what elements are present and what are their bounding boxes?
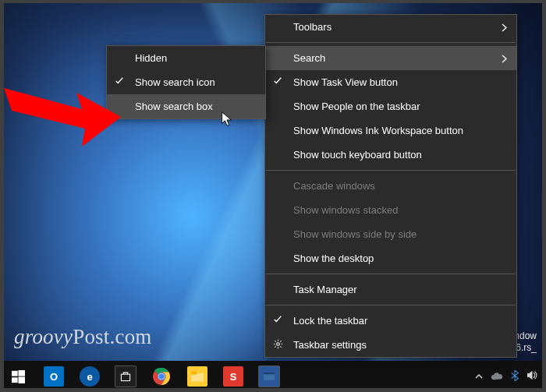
tray-chevron-up-icon[interactable] <box>475 371 483 383</box>
check-icon <box>115 76 124 88</box>
menu-item-label: Taskbar settings <box>293 339 367 351</box>
chevron-right-icon <box>502 23 507 34</box>
menu-item-task-manager[interactable]: Task Manager <box>265 277 516 302</box>
chrome-icon <box>152 367 171 386</box>
menu-item-label: Show Windows Ink Workspace button <box>293 125 463 136</box>
menu-item-label: Show touch keyboard button <box>293 149 422 161</box>
menu-item-label: Show search box <box>135 101 213 112</box>
taskbar-context-menu[interactable]: Toolbars Search Show Task View button Sh… <box>264 14 517 358</box>
search-submenu[interactable]: Hidden Show search icon Show search box <box>106 45 266 119</box>
menu-item-label: Show windows stacked <box>293 204 398 216</box>
menu-item-show-desktop[interactable]: Show the desktop <box>265 246 516 270</box>
windows-logo-icon <box>12 370 25 383</box>
tray-onedrive-icon[interactable] <box>491 371 503 383</box>
svg-rect-12 <box>264 373 275 374</box>
menu-item-people[interactable]: Show People on the taskbar <box>265 94 516 118</box>
brand-suffix: Post.com <box>73 325 151 348</box>
menu-item-task-view[interactable]: Show Task View button <box>265 70 516 94</box>
taskbar-app-chrome[interactable] <box>144 361 179 392</box>
menu-item-label: Show search icon <box>135 76 215 88</box>
taskbar-app-file-explorer[interactable] <box>179 361 215 392</box>
taskbar-app-outlook[interactable]: O <box>36 361 72 392</box>
svg-point-13 <box>277 343 280 346</box>
menu-item-label: Search <box>293 52 325 64</box>
brand-prefix: groovy <box>14 325 73 348</box>
menu-item-label: Show Task View button <box>293 76 398 88</box>
submenu-item-show-search-box[interactable]: Show search box <box>107 94 265 118</box>
menu-item-cascade: Cascade windows <box>265 174 516 198</box>
menu-item-label: Hidden <box>135 52 167 64</box>
svg-point-8 <box>159 374 165 380</box>
start-button[interactable] <box>0 361 36 392</box>
menu-item-label: Toolbars <box>293 21 332 33</box>
svg-rect-2 <box>12 377 18 383</box>
menu-item-label: Show People on the taskbar <box>293 101 420 112</box>
taskbar-app-edge[interactable]: e <box>72 361 108 392</box>
menu-item-label: Cascade windows <box>293 180 375 192</box>
svg-rect-1 <box>18 370 25 376</box>
menu-separator <box>266 274 516 274</box>
submenu-item-hidden[interactable]: Hidden <box>107 46 265 70</box>
menu-item-lock-taskbar[interactable]: Lock the taskbar <box>265 309 516 333</box>
menu-item-label: Show the desktop <box>293 253 374 264</box>
menu-item-side-by-side: Show windows side by side <box>265 222 516 246</box>
menu-item-label: Show windows side by side <box>293 228 417 240</box>
svg-rect-4 <box>121 374 129 380</box>
gear-icon <box>273 339 283 351</box>
menu-item-touch-keyboard[interactable]: Show touch keyboard button <box>265 143 516 167</box>
menu-separator <box>266 305 516 305</box>
tray-bluetooth-icon[interactable] <box>511 370 519 383</box>
system-tray[interactable] <box>467 370 546 383</box>
taskbar[interactable]: O e S <box>0 361 546 392</box>
taskbar-app-snagit[interactable]: S <box>215 361 251 392</box>
check-icon <box>273 315 282 327</box>
submenu-item-show-search-icon[interactable]: Show search icon <box>107 70 265 94</box>
svg-rect-10 <box>191 372 197 375</box>
menu-item-ink[interactable]: Show Windows Ink Workspace button <box>265 118 516 143</box>
menu-item-label: Task Manager <box>293 284 357 295</box>
taskbar-app-store[interactable] <box>108 361 144 392</box>
menu-separator <box>266 42 516 43</box>
menu-item-stacked: Show windows stacked <box>265 198 516 222</box>
menu-separator <box>266 170 516 171</box>
menu-item-toolbars[interactable]: Toolbars <box>265 15 516 39</box>
menu-item-taskbar-settings[interactable]: Taskbar settings <box>265 333 516 357</box>
taskbar-app-run[interactable] <box>251 361 287 392</box>
svg-rect-0 <box>12 370 18 376</box>
menu-item-search[interactable]: Search <box>265 46 516 70</box>
chevron-right-icon <box>502 54 507 65</box>
menu-item-label: Lock the taskbar <box>293 315 367 327</box>
tray-volume-icon[interactable] <box>526 370 538 383</box>
check-icon <box>273 76 282 88</box>
watermark-brand: groovyPost.com <box>14 325 152 349</box>
svg-rect-3 <box>18 376 25 383</box>
